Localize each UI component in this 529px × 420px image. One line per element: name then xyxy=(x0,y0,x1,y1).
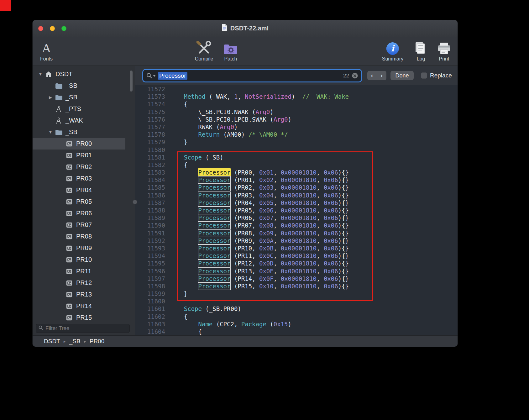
sidebar-item-pr06[interactable]: PR06 xyxy=(33,207,125,219)
find-next-button[interactable]: › xyxy=(377,71,386,80)
code-text: { xyxy=(165,328,202,335)
line-number: 11598 xyxy=(135,282,165,290)
minimize-button[interactable] xyxy=(50,26,55,31)
sidebar-item-pr10[interactable]: PR10 xyxy=(33,254,125,265)
sidebar-item-_sb[interactable]: ▶_SB xyxy=(33,92,125,103)
code-text: { xyxy=(165,313,187,320)
sidebar-item-label: _SB xyxy=(65,129,77,136)
fonts-button[interactable]: A Fonts xyxy=(40,39,53,62)
app-window: DSDT-22.aml A Fonts Compile xyxy=(33,20,458,347)
sidebar-item-_sb[interactable]: _SB xyxy=(33,80,125,92)
log-button[interactable]: Log xyxy=(414,39,428,62)
filter-input[interactable] xyxy=(45,325,127,332)
sidebar-item-_sb[interactable]: ▼_SB xyxy=(33,126,125,138)
search-match: Processor xyxy=(198,192,231,199)
patch-button[interactable]: Patch xyxy=(223,39,238,62)
line-number: 11580 xyxy=(135,146,165,154)
leaf-icon xyxy=(65,257,73,263)
find-previous-button[interactable]: ‹ xyxy=(367,71,377,80)
line-number: 11589 xyxy=(135,214,165,222)
filter-search-icon xyxy=(39,325,43,331)
breadcrumb-item-pr00[interactable]: PR00 xyxy=(90,338,105,345)
fonts-label: Fonts xyxy=(40,56,53,62)
sidebar-item-pr02[interactable]: PR02 xyxy=(33,161,125,173)
breadcrumb-separator-icon: ▸ xyxy=(84,339,86,344)
disclosure-down-icon[interactable]: ▼ xyxy=(36,72,45,76)
sidebar-item-label: PR04 xyxy=(76,186,92,194)
window-title: DSDT-22.aml xyxy=(230,25,269,32)
search-icon[interactable] xyxy=(146,73,156,79)
search-match: Processor xyxy=(198,222,231,229)
sidebar-item-label: PR00 xyxy=(76,140,92,147)
replace-checkbox[interactable] xyxy=(421,72,427,79)
breadcrumb-item-dsdt[interactable]: DSDT xyxy=(44,338,60,345)
code-line: 11589 Processor (PR06, 0x07, 0x00001810,… xyxy=(135,214,458,222)
sidebar-item-_pts[interactable]: _PTS xyxy=(33,103,125,115)
line-number: 11574 xyxy=(135,100,165,108)
sidebar-item-pr14[interactable]: PR14 xyxy=(33,300,125,312)
sidebar-item-label: PR12 xyxy=(76,279,92,286)
line-number: 11586 xyxy=(135,192,165,199)
sidebar-item-pr04[interactable]: PR04 xyxy=(33,184,125,196)
sidebar-item-pr00[interactable]: PR00 xyxy=(33,138,125,150)
method-icon xyxy=(55,106,63,112)
folder-icon xyxy=(55,83,63,89)
print-button[interactable]: Print xyxy=(437,39,451,62)
code-line: 11599 } xyxy=(135,290,458,297)
sidebar-item-pr13[interactable]: PR13 xyxy=(33,289,125,300)
filter-field[interactable] xyxy=(36,324,130,333)
sidebar-item-_wak[interactable]: _WAK xyxy=(33,115,125,126)
log-label: Log xyxy=(417,56,425,62)
sidebar-item-pr15[interactable]: PR15 xyxy=(33,312,125,323)
compile-button[interactable]: Compile xyxy=(195,39,213,62)
search-match: Processor xyxy=(198,184,231,191)
code-text: Processor (PR08, 0x09, 0x00001810, 0x06)… xyxy=(165,229,349,237)
leaf-icon xyxy=(65,315,73,321)
sidebar-item-pr01[interactable]: PR01 xyxy=(33,150,125,161)
screen-record-indicator xyxy=(0,0,11,11)
sidebar-scrollbar[interactable] xyxy=(130,71,133,92)
sidebar-item-label: PR06 xyxy=(76,210,92,217)
breadcrumb-item-sb[interactable]: _SB xyxy=(69,338,81,345)
search-match: Processor xyxy=(198,252,231,259)
splitter-handle[interactable] xyxy=(133,200,137,204)
leaf-icon xyxy=(65,187,73,193)
code-text: Processor (PR09, 0x0A, 0x00001810, 0x06)… xyxy=(165,237,349,244)
disclosure-down-icon[interactable]: ▼ xyxy=(46,130,55,134)
done-button[interactable]: Done xyxy=(390,71,414,80)
sidebar-item-pr07[interactable]: PR07 xyxy=(33,219,125,231)
code-text: Processor (PR06, 0x07, 0x00001810, 0x06)… xyxy=(165,214,349,222)
sidebar-item-pr11[interactable]: PR11 xyxy=(33,265,125,277)
search-match: Processor xyxy=(198,275,231,282)
sidebar-item-label: PR11 xyxy=(76,268,92,275)
disclosure-right-icon[interactable]: ▶ xyxy=(46,95,55,100)
clear-search-icon[interactable] xyxy=(352,73,358,79)
fonts-icon: A xyxy=(42,39,51,55)
line-number: 11587 xyxy=(135,199,165,207)
line-number: 11573 xyxy=(135,93,165,100)
line-number: 11592 xyxy=(135,237,165,244)
leaf-icon xyxy=(65,176,73,181)
breadcrumb-separator-icon: ▸ xyxy=(64,339,66,344)
sidebar-item-pr03[interactable]: PR03 xyxy=(33,173,125,184)
search-field[interactable]: Processor 22 xyxy=(143,70,361,81)
search-match: Processor xyxy=(198,260,231,267)
code-text: \_SB.PCI0.NWAK (Arg0) xyxy=(165,108,274,116)
sidebar-item-pr12[interactable]: PR12 xyxy=(33,277,125,289)
zoom-button[interactable] xyxy=(61,26,66,31)
close-button[interactable] xyxy=(38,26,43,31)
sidebar-item-pr09[interactable]: PR09 xyxy=(33,242,125,254)
code-editor[interactable]: 1157211573 Method (_WAK, 1, NotSerialize… xyxy=(135,85,458,335)
summary-button[interactable]: i Summary xyxy=(382,39,403,62)
line-number: 11583 xyxy=(135,169,165,176)
leaf-icon xyxy=(65,292,73,297)
code-line: 11586 Processor (PR03, 0x04, 0x00001810,… xyxy=(135,192,458,199)
code-text: \_SB.PCI0.LPCB.SWAK (Arg0) xyxy=(165,116,291,123)
traffic-lights xyxy=(38,26,66,31)
sidebar-item-pr05[interactable]: PR05 xyxy=(33,196,125,207)
sidebar-item-dsdt[interactable]: ▼DSDT xyxy=(33,68,125,80)
patch-icon xyxy=(223,39,238,55)
sidebar-item-pr08[interactable]: PR08 xyxy=(33,231,125,242)
code-text: Scope (_SB.PR00) xyxy=(165,305,241,312)
leaf-icon xyxy=(65,269,73,274)
